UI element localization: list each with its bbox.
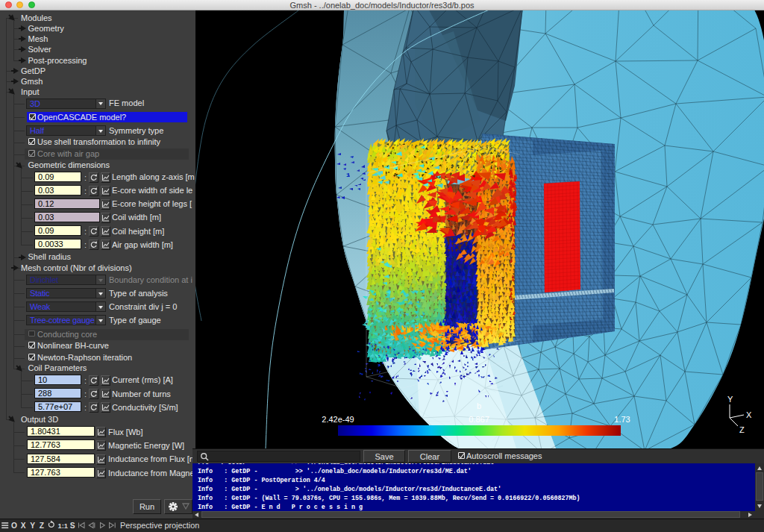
svg-text:b: b	[477, 401, 481, 410]
svg-text:1:1: 1:1	[58, 522, 68, 530]
svg-text:2.42e-49: 2.42e-49	[322, 415, 354, 424]
svg-text:0.867: 0.867	[469, 415, 489, 424]
svg-text:Z: Z	[739, 425, 745, 434]
svg-text:X: X	[21, 522, 26, 530]
svg-text:X: X	[746, 410, 752, 419]
svg-text:Z: Z	[40, 522, 44, 530]
svg-text:Y: Y	[30, 522, 35, 530]
svg-text:Y: Y	[727, 395, 733, 404]
svg-text:1.73: 1.73	[614, 415, 630, 424]
svg-text:O: O	[11, 522, 17, 530]
svg-text:S: S	[70, 522, 75, 530]
